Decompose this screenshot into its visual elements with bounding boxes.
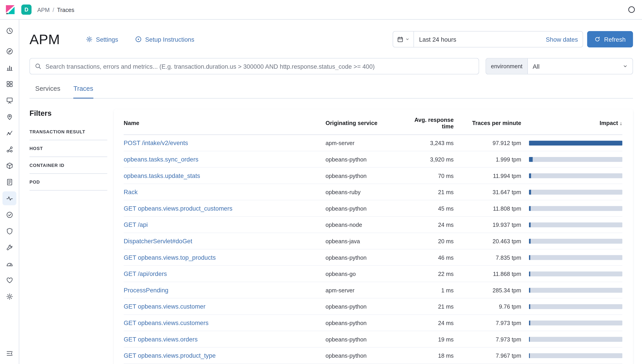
ml-trend-icon <box>6 129 13 136</box>
trace-name-link[interactable]: GET opbeans.views.product_customers <box>124 205 232 212</box>
impact-bar-fill <box>529 353 530 358</box>
originating-service-value: opbeans-python <box>326 320 401 326</box>
nav-dashboard[interactable] <box>3 77 17 91</box>
column-name[interactable]: Name <box>124 120 326 126</box>
search-input[interactable] <box>45 63 474 70</box>
trace-name-link[interactable]: POST /intake/v2/events <box>124 140 188 146</box>
kibana-logo[interactable] <box>5 4 16 15</box>
table-row[interactable]: GET opbeans.views.product_customers opbe… <box>124 200 622 217</box>
space-avatar[interactable]: D <box>21 4 31 15</box>
filter-section[interactable]: TRANSACTION RESULT <box>30 124 107 140</box>
table-row[interactable]: Rack opbeans-ruby 21 ms 31.647 tpm <box>124 184 622 200</box>
nav-dev-tools[interactable] <box>3 240 17 254</box>
nav-apm[interactable] <box>3 191 17 205</box>
originating-service-value: opbeans-python <box>326 352 401 359</box>
nav-metrics[interactable] <box>3 257 17 271</box>
table-header: Name Originating service Avg. response t… <box>124 116 622 135</box>
traces-per-minute-value: 11.808 tpm <box>454 205 521 212</box>
trace-name-link[interactable]: DispatcherServlet#doGet <box>124 238 192 244</box>
super-date-picker: Last 24 hours Show dates <box>393 31 583 48</box>
table-row[interactable]: opbeans.tasks.update_stats opbeans-pytho… <box>124 168 622 184</box>
trace-name-link[interactable]: GET opbeans.views.customer <box>124 303 205 310</box>
avg-response-time-value: 70 ms <box>401 172 454 179</box>
trace-name-link[interactable]: Rack <box>124 188 138 196</box>
nav-siem[interactable] <box>3 224 17 238</box>
impact-bar <box>529 353 622 358</box>
filter-section[interactable]: POD <box>30 174 107 190</box>
date-picker-calendar-button[interactable] <box>393 32 414 47</box>
time-range-value[interactable]: Last 24 hours <box>414 36 541 43</box>
nav-visualize[interactable] <box>3 60 17 74</box>
traces-per-minute-value: 11.994 tpm <box>454 172 521 179</box>
trace-name-link[interactable]: GET opbeans.views.top_products <box>124 254 216 261</box>
table-row[interactable]: ProcessPending apm-server 1 ms 285.34 tp… <box>124 282 622 298</box>
setup-instructions-link[interactable]: Setup Instructions <box>135 36 194 43</box>
table-row[interactable]: DispatcherServlet#doGet opbeans-java 20 … <box>124 233 622 250</box>
setup-instructions-icon <box>135 36 142 42</box>
table-row[interactable]: opbeans.tasks.sync_orders opbeans-python… <box>124 151 622 168</box>
collapse-menu-icon <box>6 350 13 357</box>
filter-section[interactable]: CONTAINER ID <box>30 157 107 174</box>
avg-response-time-value: 21 ms <box>401 303 454 310</box>
table-body: POST /intake/v2/events apm-server 3,243 … <box>124 135 622 364</box>
environment-value[interactable]: All <box>528 58 633 74</box>
nav-logs[interactable] <box>3 175 17 189</box>
column-traces-per-minute[interactable]: Traces per minute <box>454 120 521 126</box>
nav-management[interactable] <box>3 290 17 304</box>
traces-table-panel: Name Originating service Avg. response t… <box>114 109 633 364</box>
trace-name-link[interactable]: opbeans.tasks.sync_orders <box>124 156 198 163</box>
settings-label: Settings <box>96 36 118 43</box>
map-pin-icon <box>6 113 13 120</box>
table-row[interactable]: GET opbeans.views.customers opbeans-pyth… <box>124 315 622 331</box>
nav-canvas[interactable] <box>3 93 17 107</box>
table-row[interactable]: POST /intake/v2/events apm-server 3,243 … <box>124 135 622 151</box>
nav-monitoring[interactable] <box>3 273 17 287</box>
table-row[interactable]: GET opbeans.views.product_type opbeans-p… <box>124 348 622 364</box>
tab-traces[interactable]: Traces <box>74 85 93 99</box>
trace-name-link[interactable]: opbeans.tasks.update_stats <box>124 172 200 179</box>
tab-services[interactable]: Services <box>35 85 60 98</box>
check-circle-icon <box>6 211 13 218</box>
traces-per-minute-value: 285.34 tpm <box>454 287 521 293</box>
settings-gear-icon <box>86 36 93 42</box>
table-row[interactable]: GET opbeans.views.orders opbeans-python … <box>124 331 622 348</box>
table-row[interactable]: GET /api/orders opbeans-go 22 ms 11.868 … <box>124 266 622 282</box>
search-bar[interactable] <box>30 58 479 74</box>
dashboard-grid-icon <box>6 80 13 88</box>
avg-response-time-value: 45 ms <box>401 205 454 212</box>
table-row[interactable]: GET opbeans.views.top_products opbeans-p… <box>124 249 622 266</box>
trace-name-link[interactable]: ProcessPending <box>124 286 168 294</box>
nav-uptime[interactable] <box>3 208 17 222</box>
chevron-down-icon <box>405 37 410 41</box>
impact-bar <box>529 255 622 260</box>
show-dates-link[interactable]: Show dates <box>541 36 583 43</box>
nav-maps[interactable] <box>3 110 17 124</box>
column-originating-service[interactable]: Originating service <box>326 120 401 126</box>
avg-response-time-value: 3,243 ms <box>401 140 454 146</box>
nav-graph[interactable] <box>3 142 17 156</box>
column-avg-response-time[interactable]: Avg. response time <box>401 116 454 130</box>
nav-enterprise-search[interactable] <box>3 158 17 172</box>
trace-name-link[interactable]: GET opbeans.views.customers <box>124 320 208 326</box>
avg-response-time-value: 19 ms <box>401 336 454 342</box>
settings-link[interactable]: Settings <box>86 36 118 43</box>
nav-recently-viewed[interactable] <box>3 24 17 38</box>
nav-discover[interactable] <box>3 44 17 58</box>
originating-service-value: opbeans-python <box>326 303 401 310</box>
trace-name-link[interactable]: GET /api <box>124 221 148 228</box>
column-impact[interactable]: Impact ↓ <box>521 120 622 126</box>
refresh-button[interactable]: Refresh <box>587 31 633 48</box>
impact-bar-fill <box>529 288 530 292</box>
nav-machine-learning[interactable] <box>3 126 17 140</box>
table-row[interactable]: GET /api opbeans-node 24 ms 19.937 tpm <box>124 217 622 233</box>
heart-icon <box>6 276 13 284</box>
gauge-icon <box>6 260 13 267</box>
nav-collapse[interactable] <box>3 346 17 360</box>
table-row[interactable]: GET opbeans.views.customer opbeans-pytho… <box>124 298 622 315</box>
trace-name-link[interactable]: GET opbeans.views.orders <box>124 336 198 342</box>
filter-section[interactable]: HOST <box>30 140 107 157</box>
trace-name-link[interactable]: GET opbeans.views.product_type <box>124 352 216 359</box>
trace-name-link[interactable]: GET /api/orders <box>124 270 167 277</box>
breadcrumb-apm[interactable]: APM <box>37 6 50 13</box>
newsfeed-icon[interactable] <box>627 6 635 13</box>
